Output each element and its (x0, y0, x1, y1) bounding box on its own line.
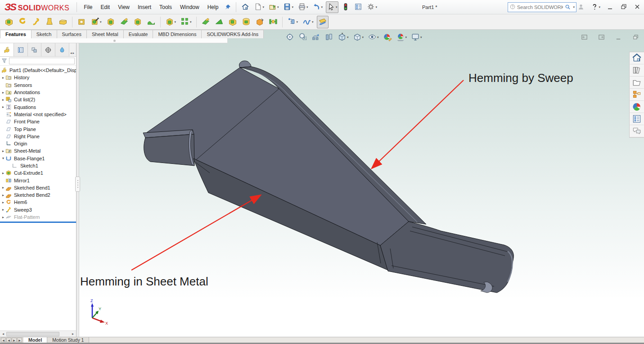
zoom-to-fit-button[interactable] (284, 31, 296, 44)
menu-tools[interactable]: Tools (155, 4, 176, 10)
expand-arrow-icon[interactable]: ▸ (1, 171, 5, 175)
move-face-button[interactable] (254, 16, 266, 28)
apply-scene-button[interactable]: ▾ (395, 31, 409, 44)
search-icon[interactable] (564, 4, 571, 11)
pane-left-button[interactable] (580, 32, 589, 43)
dropdown-caret-icon[interactable]: ▾ (347, 36, 349, 39)
search-help-box[interactable]: Search SOLIDWORKS Help ▾ (508, 2, 576, 12)
file-explorer-tab[interactable] (630, 77, 644, 89)
panel-tab-scroll-arrows[interactable]: ◂▸ (69, 43, 76, 56)
close-button[interactable] (632, 2, 642, 13)
open-button[interactable]: ▾ (267, 1, 280, 13)
dimxpertmanager-tab[interactable] (41, 43, 55, 56)
tree-horizontal-scrollbar[interactable]: ◂ ▸ (0, 330, 76, 337)
tree-item-sweep3[interactable]: ▸Sweep3 (0, 206, 76, 213)
dropdown-caret-icon[interactable]: ▾ (336, 5, 338, 9)
tree-item-sketched-bend2[interactable]: ▸Sketched Bend2 (0, 191, 76, 199)
new-document-button[interactable]: ▾ (252, 1, 266, 13)
save-button[interactable]: ▾ (282, 1, 295, 13)
last-study-button[interactable]: ▶ (17, 338, 22, 342)
expand-arrow-icon[interactable]: ▸ (1, 98, 5, 102)
dropdown-caret-icon[interactable]: ▾ (362, 36, 364, 39)
featuremanager-tab[interactable] (0, 43, 14, 56)
doc-restore-button[interactable] (631, 32, 640, 43)
expand-arrow-icon[interactable]: ▸ (1, 76, 5, 80)
convert-to-sheet-metal-button[interactable]: ▾ (164, 16, 178, 28)
graphics-area[interactable]: Hemming by Sweep Hemming in Sheet Metal … (77, 30, 644, 337)
dropdown-caret-icon[interactable]: ▾ (599, 5, 600, 9)
tab-motion-study-1[interactable]: Motion Study 1 (47, 337, 89, 343)
help-button[interactable]: ▾ (590, 2, 602, 13)
corners-button[interactable] (132, 16, 144, 28)
dropdown-caret-icon[interactable]: ▾ (420, 36, 422, 39)
expand-arrow-icon[interactable]: ▸ (1, 149, 5, 153)
insert-bends-button[interactable] (213, 16, 225, 28)
pin-toolbar-icon[interactable] (224, 4, 231, 11)
tab-features[interactable]: Features (0, 30, 32, 38)
annotation-arrow-sweep[interactable] (372, 80, 464, 168)
undo-button[interactable]: ▾ (311, 1, 324, 13)
tree-item-right-plane[interactable]: Right Plane (0, 133, 76, 140)
tree-item-material-not-specified[interactable]: Material <not specified> (0, 111, 76, 118)
zoom-to-area-button[interactable] (297, 31, 309, 44)
tab-evaluate[interactable]: Evaluate (124, 30, 153, 38)
tree-item-history[interactable]: ▸History (0, 74, 76, 81)
tab-sheet-metal[interactable]: Sheet Metal (87, 30, 124, 38)
reference-geometry-button[interactable]: ▾ (286, 16, 300, 28)
expand-arrow-icon[interactable]: ▸ (1, 105, 5, 109)
annotation-hemming-in-sheet-metal[interactable]: Hemming in Sheet Metal (80, 275, 208, 288)
edit-appearance-button[interactable] (382, 31, 393, 44)
tree-filter-input[interactable] (9, 58, 75, 64)
tree-item-mirror1[interactable]: Mirror1 (0, 177, 76, 184)
tree-item-front-plane[interactable]: Front Plane (0, 118, 76, 125)
menu-edit[interactable]: Edit (97, 4, 114, 10)
view-orientation-button[interactable]: ▾ (336, 31, 350, 44)
base-flange-button[interactable] (3, 16, 15, 28)
tree-item-equations[interactable]: ▸Equations (0, 103, 76, 110)
hole-wizard-button[interactable]: ▾ (89, 16, 103, 28)
hide-show-items-button[interactable]: ▾ (366, 31, 380, 44)
user-profile-button[interactable] (576, 2, 586, 13)
pane-right-button[interactable] (597, 32, 606, 43)
menu-view[interactable]: View (114, 4, 134, 10)
swept-flange-button[interactable] (57, 16, 69, 28)
tab-model[interactable]: Model (23, 337, 47, 343)
tab-mbd-dimensions[interactable]: MBD Dimensions (153, 30, 202, 38)
expand-arrow-icon[interactable]: ▸ (1, 200, 5, 204)
options-button[interactable] (353, 1, 364, 13)
expand-arrow-icon[interactable]: ▸ (1, 215, 5, 219)
displaymanager-tab[interactable] (55, 43, 69, 56)
tree-item-flat-pattern[interactable]: ▸Flat-Pattern (0, 213, 76, 221)
tree-item-sketched-bend1[interactable]: ▸Sketched Bend1 (0, 184, 76, 191)
dropdown-caret-icon[interactable]: ▾ (377, 36, 379, 39)
dropdown-caret-icon[interactable]: ▾ (573, 5, 575, 9)
tab-sketch[interactable]: Sketch (32, 30, 57, 38)
appearances-scenes-tab[interactable] (630, 101, 644, 113)
settings-button[interactable]: ▾ (365, 1, 378, 13)
expand-arrow-icon[interactable]: ▸ (1, 208, 5, 212)
home-button[interactable] (240, 1, 251, 13)
menu-insert[interactable]: Insert (134, 4, 155, 10)
dropdown-caret-icon[interactable]: ▾ (190, 20, 192, 24)
linear-pattern-button[interactable]: ▾ (179, 16, 193, 28)
dropdown-caret-icon[interactable]: ▾ (306, 5, 308, 9)
lofted-bend-button[interactable] (44, 16, 55, 28)
jog-button[interactable] (30, 16, 42, 28)
unfold-button[interactable] (105, 16, 117, 28)
commandmanager-collapse-strip[interactable] (0, 38, 228, 43)
doc-minimize-button[interactable] (614, 32, 623, 43)
restore-button[interactable] (619, 2, 629, 13)
dropdown-caret-icon[interactable]: ▾ (375, 5, 377, 9)
dropdown-caret-icon[interactable]: ▾ (277, 5, 279, 9)
tree-item-sensors[interactable]: Sensors (0, 81, 76, 89)
dropdown-caret-icon[interactable]: ▾ (100, 20, 102, 24)
tree-item-annotations[interactable]: ▸Annotations (0, 89, 76, 96)
custom-properties-tab[interactable] (630, 113, 644, 125)
tree-item-cut-extrude1[interactable]: ▸Cut-Extrude1 (0, 169, 76, 177)
annotation-arrow-sheetmetal[interactable] (131, 195, 260, 270)
annotation-hemming-by-sweep[interactable]: Hemming by Sweep (468, 71, 573, 85)
tab-surfaces[interactable]: Surfaces (57, 30, 87, 38)
rip-button[interactable] (200, 16, 212, 28)
gusset-button[interactable] (267, 16, 279, 28)
dropdown-caret-icon[interactable]: ▾ (262, 5, 264, 9)
